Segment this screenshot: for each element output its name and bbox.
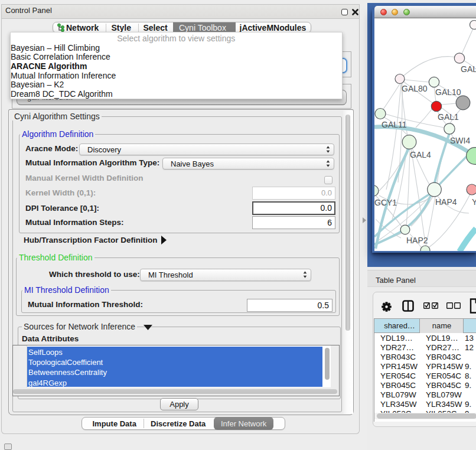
svg-text:GAL4: GAL4 [410, 150, 431, 159]
svg-text:HAP2: HAP2 [406, 236, 428, 245]
svg-text:HAP4: HAP4 [435, 197, 457, 207]
svg-text:GAL10: GAL10 [435, 87, 461, 97]
svg-text:GCY1: GCY1 [374, 198, 397, 207]
svg-text:GAL11: GAL11 [382, 120, 407, 129]
svg-text:SWI4: SWI4 [450, 136, 470, 145]
svg-text:YJ: YJ [472, 197, 476, 207]
svg-text:GAL1: GAL1 [438, 112, 459, 122]
svg-text:GAL80: GAL80 [402, 84, 428, 93]
svg-text:GAL7: GAL7 [461, 64, 476, 74]
